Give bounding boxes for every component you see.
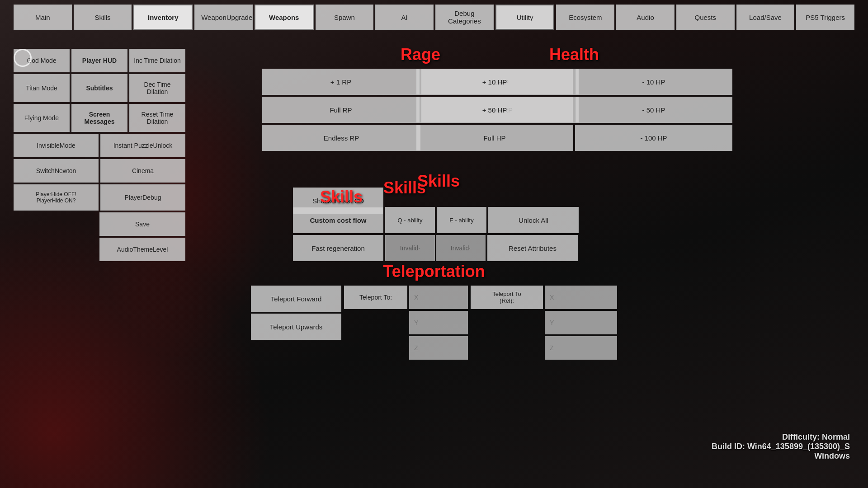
nav-btn-ps5triggers[interactable]: PS5 Triggers bbox=[796, 5, 854, 30]
skills-title: Skills bbox=[417, 172, 460, 190]
minus-50-hp-button[interactable]: - 50 HP bbox=[575, 97, 732, 123]
audio-theme-level-button[interactable]: AudioThemeLevel bbox=[99, 238, 185, 261]
reset-attributes-button[interactable]: Reset Attributes bbox=[487, 235, 578, 261]
nav-btn-skills[interactable]: Skills bbox=[74, 5, 132, 30]
nav-btn-inventory[interactable]: Inventory bbox=[133, 5, 193, 30]
teleport-to-label: Teleport To: bbox=[344, 286, 407, 309]
teleport-to-y-input[interactable] bbox=[409, 311, 468, 334]
subtitles-button[interactable]: Subtitles bbox=[71, 74, 127, 102]
left-panel-row-6: PlayerHide OFF! PlayerHide ON? PlayerDeb… bbox=[14, 184, 185, 211]
plus-50-hp-button[interactable]: + 50 HP bbox=[416, 97, 573, 123]
titan-mode-button[interactable]: Titan Mode bbox=[14, 74, 70, 102]
status-area: Difficulty: Normal Build ID: Win64_13589… bbox=[712, 432, 850, 461]
dec-time-dilation-button[interactable]: Dec Time Dilation bbox=[129, 74, 185, 102]
nav-btn-weapons[interactable]: Weapons bbox=[255, 5, 314, 30]
build-id-text: Build ID: Win64_135899_(135300)_S bbox=[712, 442, 850, 451]
invalid-btn-2[interactable]: Invalid· bbox=[436, 235, 486, 261]
left-panel-row-2: Titan Mode Subtitles Dec Time Dilation bbox=[14, 74, 185, 102]
nav-btn-ai[interactable]: AI bbox=[375, 5, 434, 30]
player-debug-button[interactable]: PlayerDebug bbox=[100, 184, 185, 211]
difficulty-text: Difficulty: Normal bbox=[712, 432, 850, 442]
teleport-rel-z-input[interactable] bbox=[545, 336, 617, 360]
left-panel-row-7: Save bbox=[14, 212, 185, 236]
nav-btn-utility[interactable]: Utility bbox=[495, 5, 555, 30]
minus-10-hp-button[interactable]: - 10 HP bbox=[575, 69, 732, 95]
circle-indicator bbox=[14, 49, 32, 67]
nav-btn-audio[interactable]: Audio bbox=[616, 5, 675, 30]
nav-btn-spawn[interactable]: Spawn bbox=[316, 5, 374, 30]
left-panel: God Mode Player HUD Inc Time Dilation Ti… bbox=[14, 49, 185, 263]
cinema-button[interactable]: Cinema bbox=[100, 159, 185, 183]
switch-newton-button[interactable]: SwitchNewton bbox=[14, 159, 99, 183]
q-ability-button[interactable]: Q - ability bbox=[385, 207, 435, 233]
health-title: Health bbox=[416, 45, 732, 64]
inc-time-dilation-button[interactable]: Inc Time Dilation bbox=[129, 49, 185, 72]
e-ability-button[interactable]: E - ability bbox=[437, 207, 486, 233]
nav-btn-ecosystem[interactable]: Ecosystem bbox=[556, 5, 614, 30]
teleport-to-x-input[interactable] bbox=[409, 286, 468, 309]
teleport-to-z-input[interactable] bbox=[409, 336, 468, 360]
left-panel-row-1: God Mode Player HUD Inc Time Dilation bbox=[14, 49, 185, 72]
nav-btn-main[interactable]: Main bbox=[14, 5, 72, 30]
nav-btn-weaponupgrades[interactable]: WeaponUpgrades bbox=[194, 5, 253, 30]
screen-messages-button[interactable]: Screen Messages bbox=[71, 104, 127, 132]
platform-text: Windows bbox=[712, 451, 850, 461]
teleport-to-rel-label: Teleport To (Rel): bbox=[471, 286, 543, 309]
left-panel-row-5: SwitchNewton Cinema bbox=[14, 159, 185, 183]
teleport-rel-y-input[interactable] bbox=[545, 311, 617, 334]
instant-puzzle-unlock-button[interactable]: Instant PuzzleUnlock bbox=[100, 134, 185, 157]
plus-10-hp-button[interactable]: + 10 HP bbox=[416, 69, 573, 95]
nav-btn-quests[interactable]: Quests bbox=[676, 5, 735, 30]
top-nav: Main Skills Inventory WeaponUpgrades Wea… bbox=[14, 5, 854, 30]
nav-btn-debugcategories[interactable]: Debug Categories bbox=[435, 5, 494, 30]
custom-cost-flow-button[interactable]: Custom cost flow bbox=[293, 207, 383, 233]
left-panel-row-3: Flying Mode Screen Messages Reset Time D… bbox=[14, 104, 185, 132]
invalid-btn-1[interactable]: Invalid· bbox=[385, 235, 435, 261]
full-rp-button[interactable]: Full RP bbox=[262, 97, 420, 123]
health-section: Health + 10 HP - 10 HP + 50 HP - 50 HP F… bbox=[416, 45, 732, 151]
minus-100-hp-button[interactable]: - 100 HP bbox=[575, 125, 732, 151]
player-hud-button[interactable]: Player HUD bbox=[71, 49, 127, 72]
unlock-all-button[interactable]: Unlock All bbox=[488, 207, 579, 233]
teleportation-title: Teleportation bbox=[383, 262, 485, 281]
save-button[interactable]: Save bbox=[99, 212, 185, 236]
left-panel-row-4: InvisibleMode Instant PuzzleUnlock bbox=[14, 134, 185, 157]
endless-rp-button[interactable]: Endless RP bbox=[262, 125, 420, 151]
nav-btn-loadsave[interactable]: Load/Save bbox=[736, 5, 795, 30]
plus-1-rp-button[interactable]: + 1 RP bbox=[262, 69, 420, 95]
flying-mode-button[interactable]: Flying Mode bbox=[14, 104, 70, 132]
player-hide-button[interactable]: PlayerHide OFF! PlayerHide ON? bbox=[14, 184, 99, 211]
reset-time-dilation-button[interactable]: Reset Time Dilation bbox=[129, 104, 185, 132]
full-hp-button[interactable]: Full HP bbox=[416, 125, 573, 151]
fast-regeneration-button[interactable]: Fast regeneration bbox=[293, 235, 383, 261]
teleport-forward-button[interactable]: Teleport Forward bbox=[251, 286, 341, 312]
teleport-upwards-button[interactable]: Teleport Upwards bbox=[251, 314, 341, 340]
skills-section-title: Skills bbox=[320, 188, 363, 206]
invisible-mode-button[interactable]: InvisibleMode bbox=[14, 134, 99, 157]
health-grid: + 10 HP - 10 HP + 50 HP - 50 HP Full HP … bbox=[416, 69, 732, 151]
teleport-rel-x-input[interactable] bbox=[545, 286, 617, 309]
left-panel-row-8: AudioThemeLevel bbox=[14, 238, 185, 261]
